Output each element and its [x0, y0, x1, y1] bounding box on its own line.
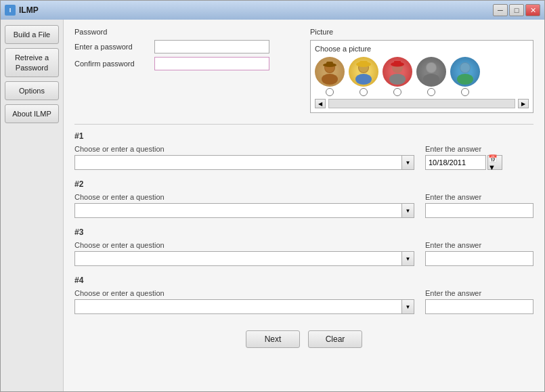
picture-section: Picture Choose a picture	[310, 28, 533, 113]
picture-box: Choose a picture	[310, 40, 533, 113]
q-label-2: Choose or enter a question	[74, 193, 414, 201]
svg-point-18	[457, 74, 473, 85]
confirm-password-input[interactable]	[154, 57, 269, 70]
main-content: Password Enter a password Confirm passwo…	[64, 20, 544, 391]
qa-row-2: Choose or enter a question ▼ Enter the a…	[74, 193, 533, 218]
retrieve-password-button[interactable]: Retreive a Password	[5, 48, 59, 77]
qa-right-2: Enter the answer	[425, 193, 533, 218]
main-window: I ILMP ─ □ ✕ Build a File Retreive a Pas…	[0, 0, 545, 392]
q-label-1: Choose or enter a question	[74, 145, 414, 153]
a-input-4[interactable]	[425, 299, 533, 314]
a-input-3[interactable]	[425, 251, 533, 266]
build-file-button[interactable]: Build a File	[5, 25, 59, 44]
avatar-radio-5[interactable]	[461, 88, 469, 96]
q-label-3: Choose or enter a question	[74, 241, 414, 249]
top-section: Password Enter a password Confirm passwo…	[74, 28, 533, 113]
divider-1	[74, 124, 533, 125]
avatar-5[interactable]	[450, 57, 480, 87]
avatar-radio-4[interactable]	[427, 88, 435, 96]
svg-point-11	[389, 74, 406, 85]
svg-point-19	[460, 63, 470, 72]
qa-num-1: #1	[74, 131, 533, 141]
q-combo-2: ▼	[74, 203, 414, 218]
q-input-4[interactable]	[74, 299, 402, 314]
q-dropdown-btn-3[interactable]: ▼	[402, 251, 414, 266]
avatar-2[interactable]	[349, 57, 378, 87]
titlebar: I ILMP ─ □ ✕	[1, 1, 544, 20]
qa-row-1: Choose or enter a question ▼ Enter the a…	[74, 145, 533, 170]
qa-left-1: Choose or enter a question ▼	[74, 145, 414, 170]
enter-password-input[interactable]	[154, 40, 269, 53]
qa-section-3: #3 Choose or enter a question ▼ Enter th…	[74, 227, 533, 266]
content-area: Build a File Retreive a Password Options…	[1, 20, 544, 391]
maximize-button[interactable]: □	[509, 4, 524, 16]
q-input-2[interactable]	[74, 203, 402, 218]
svg-point-15	[423, 74, 439, 85]
q-dropdown-btn-1[interactable]: ▼	[402, 155, 414, 170]
titlebar-buttons: ─ □ ✕	[493, 4, 540, 16]
qa-left-2: Choose or enter a question ▼	[74, 193, 414, 218]
a-label-4: Enter the answer	[425, 289, 533, 297]
a-date-input-1[interactable]	[425, 155, 486, 170]
q-combo-4: ▼	[74, 299, 414, 314]
picture-section-title: Picture	[310, 28, 533, 36]
q-combo-1: ▼	[74, 155, 414, 170]
avatar-3[interactable]	[383, 57, 412, 87]
qa-right-4: Enter the answer	[425, 289, 533, 314]
a-input-2[interactable]	[425, 203, 533, 218]
svg-rect-9	[359, 61, 368, 66]
q-dropdown-btn-4[interactable]: ▼	[402, 299, 414, 314]
avatar-item-1	[315, 57, 345, 96]
a-label-1: Enter the answer	[425, 145, 533, 153]
app-icon: I	[5, 5, 16, 16]
qa-left-4: Choose or enter a question ▼	[74, 289, 414, 314]
q-dropdown-btn-2[interactable]: ▼	[402, 203, 414, 218]
close-button[interactable]: ✕	[525, 4, 540, 16]
avatar-list	[315, 57, 529, 96]
avatar-item-5	[450, 57, 480, 96]
clear-button[interactable]: Clear	[308, 330, 362, 348]
qa-left-3: Choose or enter a question ▼	[74, 241, 414, 266]
svg-rect-4	[326, 62, 333, 66]
q-input-3[interactable]	[74, 251, 402, 266]
svg-rect-13	[394, 61, 401, 66]
scroll-right-button[interactable]: ▶	[518, 99, 529, 108]
svg-point-6	[355, 74, 372, 85]
window-title: ILMP	[19, 5, 493, 15]
password-section-title: Password	[74, 28, 297, 36]
avatar-radio-2[interactable]	[359, 88, 368, 96]
qa-num-4: #4	[74, 276, 533, 285]
password-section: Password Enter a password Confirm passwo…	[74, 28, 297, 113]
svg-point-1	[322, 74, 338, 85]
scroll-left-button[interactable]: ◀	[315, 99, 326, 108]
qa-num-2: #2	[74, 179, 533, 189]
q-input-1[interactable]	[74, 155, 402, 170]
next-button[interactable]: Next	[246, 330, 300, 348]
qa-right-1: Enter the answer 📅▼	[425, 145, 533, 170]
svg-point-16	[427, 63, 436, 72]
enter-password-label: Enter a password	[74, 43, 149, 51]
q-combo-3: ▼	[74, 251, 414, 266]
avatar-item-3	[383, 57, 412, 96]
scroll-track[interactable]	[328, 99, 515, 108]
qa-right-3: Enter the answer	[425, 241, 533, 266]
avatar-radio-1[interactable]	[326, 88, 334, 96]
about-ilmp-button[interactable]: About ILMP	[5, 104, 59, 123]
qa-row-4: Choose or enter a question ▼ Enter the a…	[74, 289, 533, 314]
password-confirm-row: Confirm password	[74, 57, 297, 70]
options-button[interactable]: Options	[5, 81, 59, 100]
date-wrapper-1: 📅▼	[425, 155, 533, 170]
q-label-4: Choose or enter a question	[74, 289, 414, 297]
avatar-4[interactable]	[416, 57, 446, 87]
picture-scrollbar: ◀ ▶	[315, 99, 529, 108]
avatar-1[interactable]	[315, 57, 345, 87]
confirm-password-label: Confirm password	[74, 60, 149, 68]
sidebar: Build a File Retreive a Password Options…	[1, 20, 64, 391]
qa-section-1: #1 Choose or enter a question ▼ Enter th…	[74, 131, 533, 170]
avatar-item-2	[349, 57, 378, 96]
qa-row-3: Choose or enter a question ▼ Enter the a…	[74, 241, 533, 266]
avatar-radio-3[interactable]	[393, 88, 401, 96]
password-enter-row: Enter a password	[74, 40, 297, 53]
calendar-btn-1[interactable]: 📅▼	[487, 155, 502, 170]
minimize-button[interactable]: ─	[493, 4, 508, 16]
